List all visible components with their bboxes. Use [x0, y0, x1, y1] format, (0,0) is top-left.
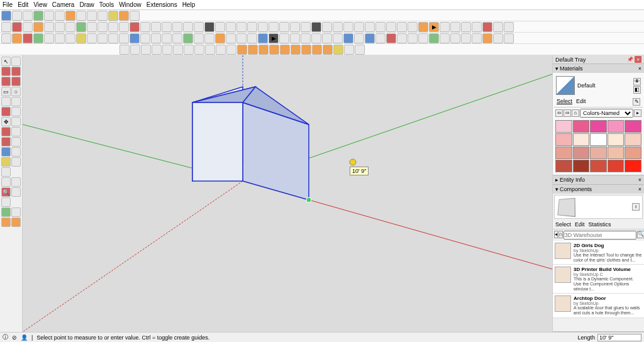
tool-btn[interactable] — [440, 33, 450, 43]
tool-btn[interactable] — [323, 45, 333, 55]
tool-btn[interactable] — [333, 45, 343, 55]
details-icon[interactable]: ▸ — [634, 109, 641, 117]
tool-btn[interactable] — [1, 207, 11, 217]
tool-btn[interactable] — [408, 22, 418, 32]
tool-btn[interactable] — [354, 22, 364, 32]
color-swatch[interactable] — [573, 146, 590, 159]
close-icon[interactable]: × — [635, 56, 641, 63]
tool-btn[interactable]: ▶ — [269, 33, 279, 43]
tool-btn[interactable] — [172, 22, 182, 32]
tool-btn[interactable] — [55, 11, 65, 21]
tool-btn[interactable] — [279, 22, 289, 32]
tool-btn[interactable] — [162, 45, 172, 55]
tool-btn[interactable] — [280, 45, 290, 55]
rotate-tool[interactable] — [1, 127, 11, 136]
tool-btn[interactable] — [23, 22, 33, 32]
color-swatch[interactable] — [573, 133, 590, 146]
eyedropper-icon[interactable]: ✎ — [633, 98, 640, 106]
tool-btn[interactable] — [65, 22, 75, 32]
tool-btn[interactable] — [23, 11, 33, 21]
tool-btn[interactable] — [1, 22, 11, 32]
tool-btn[interactable] — [151, 33, 161, 43]
tool-btn[interactable] — [247, 22, 257, 32]
component-item[interactable]: 3D Printer Build Volumeby SketchUp CThis… — [553, 265, 644, 294]
tool-btn[interactable] — [194, 22, 204, 32]
color-swatch[interactable] — [590, 160, 607, 172]
color-swatch[interactable] — [608, 160, 625, 172]
component-search-input[interactable] — [564, 231, 636, 240]
tool-btn[interactable] — [55, 22, 65, 32]
orbit-tool[interactable] — [1, 177, 11, 187]
tool-btn[interactable] — [1, 11, 11, 21]
menu-extensions[interactable]: Extensions — [147, 1, 177, 8]
color-swatch[interactable] — [625, 120, 641, 133]
menu-draw[interactable]: Draw — [79, 1, 94, 8]
tool-btn[interactable] — [152, 45, 162, 55]
tool-btn[interactable] — [386, 22, 396, 32]
tool-btn[interactable] — [194, 33, 204, 43]
menu-view[interactable]: View — [33, 1, 47, 8]
tool-btn[interactable] — [204, 22, 214, 32]
tool-btn[interactable] — [504, 33, 514, 43]
tool-btn[interactable] — [408, 33, 418, 43]
components-tab-edit[interactable]: Edit — [575, 221, 585, 228]
tool-btn[interactable] — [333, 33, 343, 43]
color-swatch[interactable] — [625, 133, 641, 146]
components-tab-stats[interactable]: Statistics — [589, 221, 611, 228]
tool-btn[interactable] — [44, 22, 54, 32]
rectangle-tool[interactable]: ▭ — [1, 87, 11, 96]
tool-btn[interactable] — [12, 11, 22, 21]
menu-edit[interactable]: Edit — [18, 1, 28, 8]
tool-btn[interactable] — [12, 22, 22, 32]
tool-btn[interactable] — [226, 45, 236, 55]
tool-btn[interactable] — [76, 33, 86, 43]
tool-btn[interactable] — [258, 33, 268, 43]
tool-btn[interactable] — [493, 33, 503, 43]
circle-tool[interactable]: ○ — [11, 87, 21, 96]
tool-btn[interactable] — [375, 22, 386, 32]
color-swatch[interactable] — [625, 160, 641, 172]
tool-btn[interactable] — [33, 11, 43, 21]
tool-btn[interactable] — [258, 22, 268, 32]
create-material-icon[interactable]: 👁 — [633, 78, 641, 86]
pan-tool[interactable] — [11, 177, 21, 187]
color-swatch[interactable] — [590, 120, 607, 133]
tool-btn[interactable] — [87, 33, 97, 43]
tool-btn[interactable] — [130, 11, 140, 21]
tool-btn[interactable] — [97, 22, 108, 32]
entity-info-title[interactable]: ▸ Entity Info × — [553, 175, 644, 184]
tool-btn[interactable] — [215, 33, 225, 43]
tool-btn[interactable] — [482, 22, 492, 32]
status-icon[interactable]: ⊘ — [12, 334, 17, 341]
tool-btn[interactable] — [290, 33, 300, 43]
tool-btn[interactable] — [386, 33, 396, 43]
materials-tab-select[interactable]: Select — [557, 98, 572, 106]
zoom-tool[interactable]: 🔍 — [1, 187, 11, 197]
menu-camera[interactable]: Camera — [52, 1, 75, 8]
menu-window[interactable]: Window — [119, 1, 142, 8]
tool-btn[interactable] — [23, 33, 33, 43]
color-swatch[interactable] — [590, 133, 607, 146]
tool-btn[interactable] — [450, 22, 460, 32]
tool-btn[interactable] — [108, 33, 118, 43]
fwd-icon[interactable]: ⇨ — [564, 109, 571, 117]
tool-btn[interactable] — [65, 11, 75, 21]
tool-btn[interactable] — [226, 22, 236, 32]
offset-tool[interactable] — [1, 137, 11, 146]
material-library-select[interactable]: Colors-Named — [580, 109, 633, 118]
zoom-extents-tool[interactable] — [11, 187, 21, 197]
components-tab-select[interactable]: Select — [555, 221, 571, 228]
viewport[interactable]: 10' 9" — [23, 55, 552, 332]
tool-btn[interactable] — [33, 22, 43, 32]
color-swatch[interactable] — [555, 160, 572, 172]
color-swatch[interactable] — [608, 120, 625, 133]
tape-tool[interactable] — [1, 147, 11, 157]
tool-btn[interactable] — [183, 33, 193, 43]
tool-btn[interactable] — [119, 11, 129, 21]
tool-btn[interactable] — [429, 33, 439, 43]
components-title[interactable]: ▾ Components × — [553, 185, 644, 194]
component-item[interactable]: Archtop Doorby SketchUpA scalable door t… — [553, 294, 644, 317]
tool-btn[interactable] — [236, 33, 247, 43]
tool-btn[interactable]: ▶ — [429, 22, 439, 32]
move-tool[interactable]: ✥ — [1, 117, 11, 126]
